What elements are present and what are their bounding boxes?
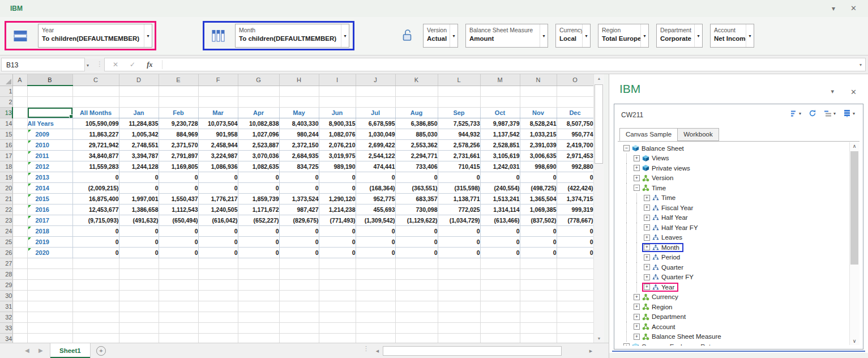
rows-dimension-combo[interactable]: Year To children(DEFAULTMEMBER) ▾ [38,24,152,48]
grid-cell[interactable] [557,96,593,107]
row-header-21[interactable]: 21 [0,193,12,204]
grid-cell[interactable]: 710,415 [438,161,480,172]
row-header-17[interactable]: 17 [0,150,12,161]
grid-cell[interactable] [12,86,27,96]
row-header-1[interactable]: 1 [0,86,12,96]
grid-cell[interactable] [520,312,557,322]
grid-cell[interactable] [279,333,319,343]
name-box-dropdown-icon[interactable]: ▾ [87,63,89,68]
scroll-right-icon[interactable]: ▶ [586,346,596,356]
grid-cell[interactable]: (498,725) [520,182,557,193]
month-header-cell[interactable]: All Months [72,107,119,118]
row-header-18[interactable]: 18 [0,161,12,172]
tree-expander-plus-icon[interactable]: + [644,284,650,290]
grid-cell[interactable]: 0 [395,225,438,236]
grid-cell[interactable] [12,290,27,301]
grid-cell[interactable]: (1,309,542) [356,215,395,225]
grid-cell[interactable]: 989,190 [319,161,356,172]
grid-cell[interactable] [12,107,27,118]
grid-cell[interactable]: (240,554) [480,182,520,193]
grid-cell[interactable] [159,290,198,301]
previous-sheet-icon[interactable]: ◀ [25,347,29,353]
grid-cell[interactable]: (652,227) [238,215,279,225]
tree-expander-plus-icon[interactable]: + [634,334,640,340]
grid-cell[interactable] [159,312,198,322]
grid-cell[interactable] [356,96,395,107]
grid-cell[interactable]: 1,082,635 [238,161,279,172]
grid-cell[interactable]: 733,406 [395,161,438,172]
grid-cell[interactable]: (1,129,622) [395,215,438,225]
grid-cell[interactable] [119,290,159,301]
grid-cell[interactable]: 3,394,787 [119,150,159,161]
tree-expander-plus-icon[interactable]: + [634,294,640,300]
grid-cell[interactable]: 2,544,122 [356,150,395,161]
grid-cell[interactable] [119,279,159,290]
grid-cell[interactable] [198,290,238,301]
row-label-cell[interactable]: 2016 [27,204,72,215]
tree-item-half-year[interactable]: +Half Year [619,213,848,223]
grid-cell[interactable]: 1,513,241 [480,193,520,204]
grid-cell[interactable] [198,268,238,279]
scroll-left-icon[interactable]: ◀ [373,346,382,356]
grid-cell[interactable] [238,258,279,268]
grid-cell[interactable] [119,96,159,107]
grid-cell[interactable] [395,86,438,96]
grid-cell[interactable] [72,322,119,333]
grid-cell[interactable] [119,322,159,333]
context-combo-department[interactable]: Department Corporate ▾ [656,24,703,48]
row-label-cell[interactable]: 2011 [27,150,72,161]
grid-cell[interactable] [557,258,593,268]
datasource-options-button[interactable]: ▾ [843,109,855,117]
grid-cell[interactable]: 0 [395,236,438,247]
grid-cell[interactable] [159,333,198,343]
tree-item-balance-sheet[interactable]: −Balance Sheet [619,143,848,154]
grid-cell[interactable]: 0 [480,236,520,247]
grid-cell[interactable] [198,322,238,333]
tree-vertical-scrollbar[interactable]: ∧ ∨ [849,142,860,345]
grid-cell[interactable] [72,333,119,343]
tree-item-currency-exchange-rates[interactable]: +Currency Exchange Rates [619,342,848,346]
row-header-28[interactable]: 28 [0,268,12,279]
grid-cell[interactable]: (613,466) [480,215,520,225]
grid-cell[interactable]: 474,441 [356,161,395,172]
tree-expander-plus-icon[interactable]: + [644,215,650,221]
grid-cell[interactable]: 0 [356,236,395,247]
grid-cell[interactable] [438,322,480,333]
grid-cell[interactable]: 0 [198,182,238,193]
grid-cell[interactable]: 0 [356,172,395,182]
grid-cell[interactable]: 0 [72,247,119,258]
grid-cell[interactable]: 1,550,437 [159,193,198,204]
grid-cell[interactable] [72,258,119,268]
grid-cell[interactable] [119,86,159,96]
grid-cell[interactable] [198,96,238,107]
grid-cell[interactable] [12,333,27,343]
grid-cell[interactable]: 0 [238,182,279,193]
grid-cell[interactable]: 0 [438,172,480,182]
grid-cell[interactable]: 8,507,750 [557,118,593,129]
grid-cell[interactable]: 3,019,975 [319,150,356,161]
grid-cell[interactable] [520,333,557,343]
grid-cell[interactable]: 1,240,505 [198,204,238,215]
grid-cell[interactable]: 2,731,661 [438,150,480,161]
grid-cell[interactable] [480,268,520,279]
new-sheet-button[interactable]: + [96,346,106,356]
grid-cell[interactable]: 1,244,128 [119,161,159,172]
grid-cell[interactable] [279,301,319,312]
grid-cell[interactable] [27,290,72,301]
tree-expander-plus-icon[interactable]: + [644,195,650,201]
tree-item-leaves[interactable]: +Leaves [619,233,848,243]
grid-cell[interactable]: 0 [198,225,238,236]
grid-cell[interactable] [480,279,520,290]
grid-cell[interactable] [520,279,557,290]
scroll-down-icon[interactable]: ▼ [594,334,604,343]
grid-cell[interactable] [319,301,356,312]
grid-cell[interactable] [159,86,198,96]
grid-cell[interactable] [480,96,520,107]
grid-cell[interactable]: 1,138,771 [438,193,480,204]
grid-cell[interactable]: (616,042) [198,215,238,225]
row-header-25[interactable]: 25 [0,236,12,247]
grid-cell[interactable] [12,279,27,290]
row-label-cell[interactable]: 2020 [27,247,72,258]
grid-cell[interactable] [395,258,438,268]
row-header-32[interactable]: 32 [0,312,12,322]
